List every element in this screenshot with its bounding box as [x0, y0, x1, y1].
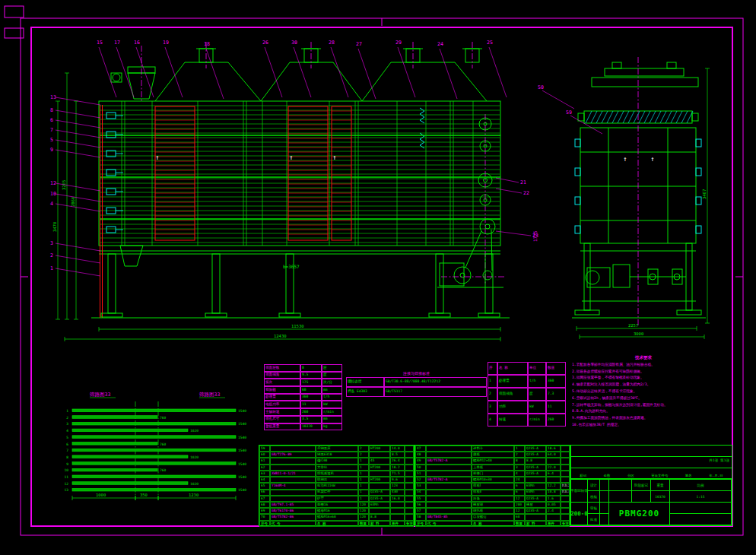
svg-text:12430: 12430 — [274, 334, 287, 338]
technical-notes: 技术要求 1.装配前各零部件均应清除铁屑、油污并检验合格。2.筛箱各连接螺栓应拧… — [572, 354, 715, 429]
main-param-value: 功率 — [497, 401, 528, 414]
bom-cell — [390, 502, 405, 508]
main-param-value: 转速 — [497, 414, 528, 427]
param-unit: kg — [322, 423, 342, 431]
notes-heading: 技术要求 — [572, 354, 715, 361]
bom-cell: 120 — [358, 508, 369, 514]
svg-text:760: 760 — [160, 416, 166, 420]
bom-cell: 机架焊件 — [316, 490, 358, 496]
svg-text:3: 3 — [50, 240, 53, 246]
bom-cell: 63 — [259, 471, 270, 477]
bom-cell: 10.8 — [546, 490, 561, 496]
bom-cell: 橡胶球 — [472, 502, 514, 508]
svg-text:22: 22 — [523, 190, 529, 196]
svg-text:17: 17 — [114, 40, 120, 46]
main-param-value: kW — [528, 401, 546, 414]
svg-text:1540: 1540 — [238, 449, 246, 452]
bom-cell — [369, 471, 390, 477]
bom-cell — [369, 508, 390, 514]
param-unit: mm — [322, 416, 342, 423]
svg-text:29: 29 — [395, 40, 402, 46]
param-name: 双振幅 — [264, 386, 300, 394]
bom-cell — [561, 508, 570, 514]
svg-text:1540: 1540 — [238, 462, 246, 466]
annotations: b=36571725 — [283, 230, 538, 269]
note-line: 7.运转平稳无异响，振幅与振次达到设计值,紧固件无松动。 — [572, 402, 715, 409]
bom-header-cell: 备注 — [561, 521, 570, 527]
bom-cell: Q235-A — [525, 465, 546, 471]
svg-text:筛路图33: 筛路图33 — [199, 392, 220, 398]
title-block: 设计 阶段标记 重量 比例 平面回转筛 校核 10370 1:15 审核 PBM… — [570, 479, 732, 526]
bom-cell — [561, 514, 570, 520]
bom-cell: 59 — [259, 446, 270, 452]
sign-date-cell — [609, 480, 632, 491]
bom-left-block: 59后轴承座2HT20014.060GB/T276-89轴承631828.561… — [259, 445, 415, 526]
svg-text:5: 5 — [50, 137, 53, 143]
svg-text:6: 6 — [66, 442, 68, 446]
svg-text:1000: 1000 — [96, 493, 106, 497]
main-param-value: 2 — [488, 388, 497, 401]
svg-text:b=3657: b=3657 — [283, 264, 300, 269]
bom-cell: 1 — [358, 465, 369, 471]
svg-text:1725: 1725 — [532, 230, 538, 242]
svg-text:2: 2 — [50, 252, 53, 258]
svg-text:1020: 1020 — [190, 482, 199, 486]
cad-drawing-canvas[interactable]: ↑↑↑↑↑ 1153012430225730002860326534703467… — [0, 0, 756, 555]
bom-cell: 12 — [514, 508, 525, 514]
svg-text:筛路图33: 筛路图33 — [90, 392, 110, 398]
std-code: GB/T5117 — [384, 387, 487, 397]
bom-cell: 71.5 — [390, 471, 405, 477]
bom-cell: 123 — [390, 483, 405, 489]
svg-text:21: 21 — [520, 179, 526, 186]
svg-text:26: 26 — [262, 40, 268, 46]
sheet-info: 共1张 第1张 — [709, 458, 729, 462]
scale-value: 1:15 — [670, 491, 732, 503]
bom-cell: XWB11-0-1/21 — [270, 471, 316, 477]
svg-text:59: 59 — [566, 109, 572, 116]
screen-section-red — [100, 105, 352, 318]
bom-cell: 18.2 — [390, 465, 405, 471]
bom-cell: 联轴器 — [316, 477, 358, 483]
bom-cell: 护罩 — [316, 496, 358, 502]
bom-cell: GB/T5782-A — [426, 458, 472, 464]
bom-cell: 2 — [514, 452, 525, 458]
bom-cell: 8 — [514, 458, 525, 464]
bom-cell: 49 — [415, 458, 426, 464]
bom-cell: 67 — [259, 496, 270, 502]
note-line: 10.包装运输按JB/T 的规定。 — [572, 422, 715, 429]
bom-cell: 50 — [415, 465, 426, 471]
bom-cell — [561, 477, 570, 483]
bom-header-cell: 备注 — [405, 521, 414, 527]
bom-right-block: 47进料斗1Q235-A18.648侧板2Q235-A64.049GB/T578… — [415, 445, 570, 526]
bom-cell: 1.6 — [546, 496, 561, 502]
bom-cell: 2 — [358, 446, 369, 452]
bom-cell — [270, 490, 316, 496]
bom-cell: 64 — [259, 477, 270, 483]
stage-mark-label: 阶段标记 — [632, 480, 651, 491]
bom-cell — [405, 477, 414, 483]
rev-label: 处数 — [604, 474, 611, 477]
main-param-value: 260 — [546, 414, 566, 427]
bom-cell: 筛板Ⅰ — [472, 483, 514, 489]
svg-text:10: 10 — [50, 191, 56, 197]
bom-cell: 66 — [259, 490, 270, 496]
std-name: 焊条 E4303 — [346, 387, 384, 397]
bom-cell: 65 — [259, 483, 270, 489]
bom-cell: 6 — [514, 490, 525, 496]
sieve-deck-lines — [100, 106, 500, 243]
main-param-value: 11 — [546, 401, 566, 414]
main-param-header: 单位 — [528, 362, 546, 375]
main-param-value: 3 — [488, 401, 497, 414]
svg-text:1540: 1540 — [238, 475, 246, 479]
note-line: 1.装配前各零部件均应清除铁屑、油污并检验合格。 — [572, 362, 715, 369]
bom-cell — [426, 471, 472, 477]
bom-cell: 65Mn — [525, 490, 546, 496]
scale-label: 比例 — [670, 480, 732, 491]
svg-text:27: 27 — [356, 41, 362, 47]
bom-cell: 2 — [358, 452, 369, 458]
bom-cell: 螺母M16 — [316, 508, 358, 514]
param-value: 360 — [300, 394, 322, 401]
rev-label: 年.月.日 — [709, 474, 723, 477]
param-name: 处理量 — [264, 394, 300, 401]
bom-cell: Q235-A — [525, 496, 546, 502]
